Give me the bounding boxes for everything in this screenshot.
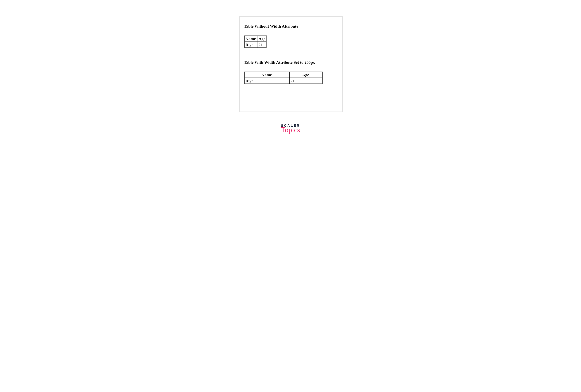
table-cell-age: 21: [257, 42, 266, 48]
table-no-width: Name Age Riya 21: [244, 36, 267, 48]
table-cell-name: Riya: [244, 42, 257, 48]
heading-no-width: Table Without Width Attribute: [244, 24, 338, 29]
table-row: Name Age: [244, 36, 267, 42]
table-with-width: Name Age Riya 21: [244, 72, 322, 84]
brand-logo: SCALER Topics: [281, 124, 300, 134]
table-header-age: Age: [290, 72, 322, 78]
table-row: Riya 21: [244, 78, 322, 84]
example-card: Table Without Width Attribute Name Age R…: [239, 16, 343, 112]
page-stage: Table Without Width Attribute Name Age R…: [178, 0, 403, 151]
table-header-name: Name: [244, 36, 257, 42]
table-header-age: Age: [257, 36, 266, 42]
table-row: Riya 21: [244, 42, 267, 48]
table-cell-name: Riya: [244, 78, 289, 84]
table-row: Name Age: [244, 72, 322, 78]
brand-logo-line2: Topics: [281, 126, 300, 134]
table-header-name: Name: [244, 72, 289, 78]
table-cell-age: 21: [290, 78, 322, 84]
heading-with-width: Table With Width Attribute Set to 200px: [244, 60, 338, 65]
